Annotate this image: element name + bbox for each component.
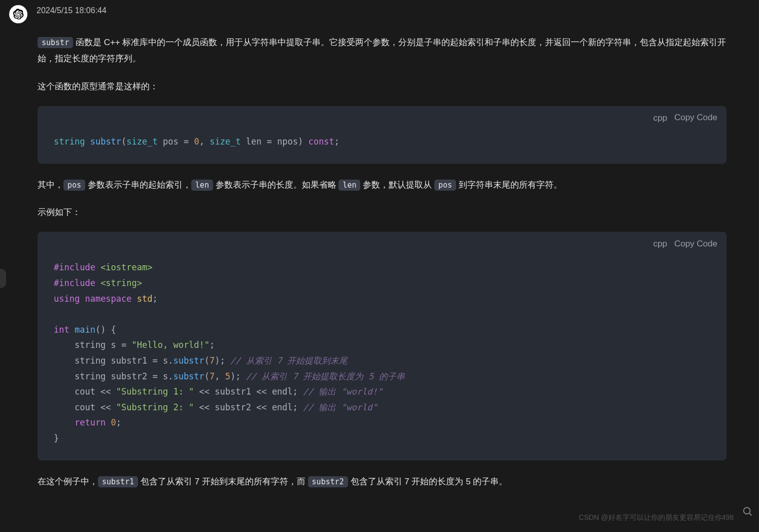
tok: } — [54, 433, 59, 443]
tok: 0 — [106, 417, 116, 428]
text: 参数表示子串的长度。如果省略 — [213, 180, 338, 190]
inline-code-pos2: pos — [434, 180, 456, 191]
code-header: cpp Copy Code — [38, 232, 727, 253]
tok: cout << — [54, 402, 116, 412]
tok: ( — [121, 136, 126, 147]
paragraph-3: 其中，pos 参数表示子串的起始索引，len 参数表示子串的长度。如果省略 le… — [38, 177, 727, 193]
tok: cout << — [54, 386, 116, 397]
openai-logo-icon — [13, 9, 24, 20]
inline-code-substr: substr — [38, 37, 73, 48]
code-lang-label: cpp — [653, 111, 667, 125]
text: 包含了从索引 7 开始到末尾的所有字符，而 — [138, 477, 307, 486]
tok: ; — [210, 340, 215, 350]
search-icon[interactable] — [742, 506, 753, 517]
text: 参数，默认提取从 — [360, 180, 434, 190]
tok: substr — [173, 356, 204, 366]
text: 在这个例子中， — [38, 477, 98, 486]
tok: << substr1 << endl; — [194, 386, 303, 397]
tok: size_t — [126, 136, 157, 147]
tok: , — [215, 371, 225, 381]
tok: size_t — [210, 136, 240, 147]
tok: // 输出 "world!" — [303, 386, 383, 397]
text: 其中， — [38, 180, 63, 190]
code-block-1: cpp Copy Code string substr(size_t pos =… — [38, 106, 727, 164]
code-lang-label: cpp — [653, 237, 667, 251]
tok: std — [132, 294, 153, 304]
tok: string s = — [54, 340, 132, 350]
text: 参数表示子串的起始索引， — [85, 180, 191, 190]
copy-code-button[interactable]: Copy Code — [674, 113, 717, 123]
paragraph-2: 这个函数的原型通常是这样的： — [38, 79, 727, 95]
message-header: 2024/5/15 18:06:44 — [0, 0, 759, 27]
tok: ) — [298, 136, 303, 147]
watermark-text: CSDN @好名字可以让你的朋友更容易记住你498 — [579, 512, 734, 523]
tok: string substr1 = s. — [54, 356, 173, 366]
text: 到字符串末尾的所有字符。 — [456, 180, 562, 190]
tok: ); — [215, 356, 230, 366]
code-header: cpp Copy Code — [38, 106, 727, 127]
tok: 0 — [194, 136, 199, 147]
tok: << substr2 << endl; — [194, 402, 303, 412]
tok: ; — [153, 294, 158, 304]
tok: main — [70, 325, 95, 335]
tok: 7 — [210, 356, 215, 366]
tok: substr — [173, 371, 204, 381]
tok: ( — [204, 356, 210, 366]
copy-code-button[interactable]: Copy Code — [674, 239, 717, 249]
tok: // 从索引 7 开始提取长度为 5 的子串 — [246, 371, 405, 381]
inline-code-pos: pos — [63, 180, 85, 191]
tok: #include — [54, 278, 95, 288]
tok: , — [199, 136, 210, 147]
text: 包含了从索引 7 开始的长度为 5 的子串。 — [348, 477, 508, 486]
tok: 5 — [225, 371, 230, 381]
code-content[interactable]: string substr(size_t pos = 0, size_t len… — [38, 127, 727, 164]
tok: "Substring 2: " — [116, 402, 194, 412]
tok: "Substring 1: " — [116, 386, 194, 397]
tok: substr — [90, 136, 121, 147]
tok: ; — [334, 136, 339, 147]
tok: () { — [95, 325, 116, 335]
inline-code-len2: len — [338, 180, 360, 191]
tok: "Hello, world!" — [132, 340, 210, 350]
inline-code-len: len — [191, 180, 213, 191]
svg-point-0 — [744, 508, 750, 514]
paragraph-4: 示例如下： — [38, 204, 727, 221]
message-timestamp: 2024/5/15 18:06:44 — [37, 4, 107, 17]
inline-code-substr2: substr2 — [308, 476, 348, 487]
inline-code-substr1: substr1 — [98, 476, 138, 487]
tok: ); — [230, 371, 246, 381]
paragraph-5: 在这个例子中，substr1 包含了从索引 7 开始到末尾的所有字符，而 sub… — [38, 474, 727, 490]
assistant-avatar — [9, 5, 27, 23]
tok: const — [303, 136, 334, 147]
sidebar-expand-handle[interactable] — [0, 269, 6, 288]
tok: namespace — [80, 294, 131, 304]
tok: #include — [54, 262, 95, 272]
code-block-2: cpp Copy Code #include <iostream> #inclu… — [38, 232, 727, 460]
tok: <iostream> — [95, 262, 153, 272]
tok: // 从索引 7 开始提取到末尾 — [230, 356, 348, 366]
tok: pos = — [158, 136, 194, 147]
tok: int — [54, 325, 70, 335]
tok: len = npos — [241, 136, 298, 147]
chat-message: 2024/5/15 18:06:44 substr 函数是 C++ 标准库中的一… — [0, 0, 759, 521]
paragraph-1: substr 函数是 C++ 标准库中的一个成员函数，用于从字符串中提取子串。它… — [38, 34, 727, 67]
tok: using — [54, 294, 80, 304]
tok: return — [54, 417, 106, 428]
tok: // 输出 "world" — [303, 402, 377, 412]
text: 函数是 C++ 标准库中的一个成员函数，用于从字符串中提取子串。它接受两个参数，… — [38, 38, 727, 63]
svg-line-1 — [749, 513, 751, 515]
tok: 7 — [210, 371, 215, 381]
code-content[interactable]: #include <iostream> #include <string> us… — [38, 253, 727, 460]
tok: ( — [204, 371, 210, 381]
tok: string substr2 = s. — [54, 371, 173, 381]
tok: string — [54, 136, 85, 147]
tok: <string> — [95, 278, 142, 288]
tok: ; — [116, 417, 121, 428]
message-body: substr 函数是 C++ 标准库中的一个成员函数，用于从字符串中提取子串。它… — [0, 27, 759, 490]
